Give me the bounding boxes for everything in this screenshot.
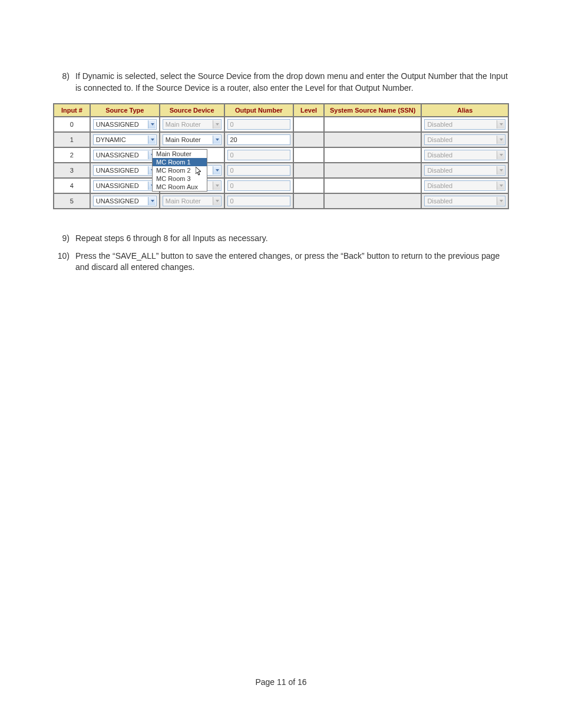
output-number-input[interactable]: 20 [227, 134, 291, 145]
cell-level [293, 178, 324, 193]
cell-ssn [324, 178, 421, 193]
output-number-input: 0 [227, 196, 291, 206]
cell-input-number: 3 [54, 163, 90, 178]
step-9-num: 9) [53, 233, 72, 245]
cell-input-number: 0 [54, 117, 90, 132]
source-type-select[interactable]: UNASSIGNED [93, 165, 157, 176]
header-output-number: Output Number [224, 104, 294, 117]
source-type-select[interactable]: UNASSIGNED [93, 150, 157, 160]
cell-level [293, 132, 324, 147]
step-9: 9) Repeat steps 6 through 8 for all Inpu… [53, 233, 509, 245]
inputs-table-wrap: Input # Source Type Source Device Output… [53, 103, 509, 209]
step-10-num: 10) [53, 251, 72, 274]
step-8-num: 8) [53, 71, 72, 94]
source-device-select: Main Router [163, 196, 222, 206]
table-row: 1DYNAMICMain Router20Disabled [54, 132, 508, 147]
output-number-input: 0 [227, 180, 291, 191]
dropdown-option[interactable]: MC Room 1 [153, 158, 207, 166]
page-footer: Page 11 of 16 [0, 677, 562, 687]
header-input-number: Input # [54, 104, 90, 117]
alias-select: Disabled [424, 180, 505, 191]
source-device-select[interactable]: Main Router [163, 134, 222, 145]
cell-input-number: 1 [54, 132, 90, 147]
header-source-type: Source Type [90, 104, 160, 117]
alias-select: Disabled [424, 165, 505, 176]
header-ssn: System Source Name (SSN) [324, 104, 421, 117]
cell-level [293, 117, 324, 132]
source-type-select[interactable]: UNASSIGNED [93, 180, 157, 191]
cursor-icon [196, 167, 203, 176]
output-number-input: 0 [227, 119, 291, 130]
header-source-device: Source Device [160, 104, 224, 117]
cell-input-number: 2 [54, 147, 90, 163]
cell-ssn [324, 132, 421, 147]
cell-input-number: 5 [54, 193, 90, 209]
table-row: 5UNASSIGNEDMain Router0Disabled [54, 193, 508, 209]
cell-input-number: 4 [54, 178, 90, 193]
cell-ssn [324, 163, 421, 178]
dropdown-option[interactable]: MC Room Aux [153, 183, 207, 191]
step-9-text: Repeat steps 6 through 8 for all Inputs … [72, 233, 509, 245]
alias-select: Disabled [424, 119, 505, 130]
alias-select: Disabled [424, 150, 505, 160]
header-level: Level [293, 104, 324, 117]
table-row: 2UNASSIGNED0Disabled [54, 147, 508, 163]
source-type-select[interactable]: DYNAMIC [93, 134, 157, 145]
step-8: 8) If Dynamic is selected, select the So… [53, 71, 509, 94]
output-number-input: 0 [227, 150, 291, 160]
dropdown-option[interactable]: Main Router [153, 150, 207, 158]
step-10-text: Press the “SAVE_ALL” button to save the … [72, 251, 509, 274]
output-number-input: 0 [227, 165, 291, 176]
cell-ssn [324, 117, 421, 132]
cell-ssn [324, 193, 421, 209]
cell-level [293, 147, 324, 163]
source-type-select[interactable]: UNASSIGNED [93, 196, 157, 206]
cell-level [293, 163, 324, 178]
alias-select: Disabled [424, 196, 505, 206]
header-alias: Alias [421, 104, 508, 117]
step-8-text: If Dynamic is selected, select the Sourc… [72, 71, 509, 94]
cell-ssn [324, 147, 421, 163]
alias-select: Disabled [424, 134, 505, 145]
source-type-select[interactable]: UNASSIGNED [93, 119, 157, 130]
table-row: 4UNASSIGNEDMain Router0Disabled [54, 178, 508, 193]
source-device-select: Main Router [163, 119, 222, 130]
cell-level [293, 193, 324, 209]
inputs-table: Input # Source Type Source Device Output… [53, 103, 509, 209]
step-10: 10) Press the “SAVE_ALL” button to save … [53, 251, 509, 274]
table-row: 3UNASSIGNED0Disabled [54, 163, 508, 178]
table-row: 0UNASSIGNEDMain Router0Disabled [54, 117, 508, 132]
